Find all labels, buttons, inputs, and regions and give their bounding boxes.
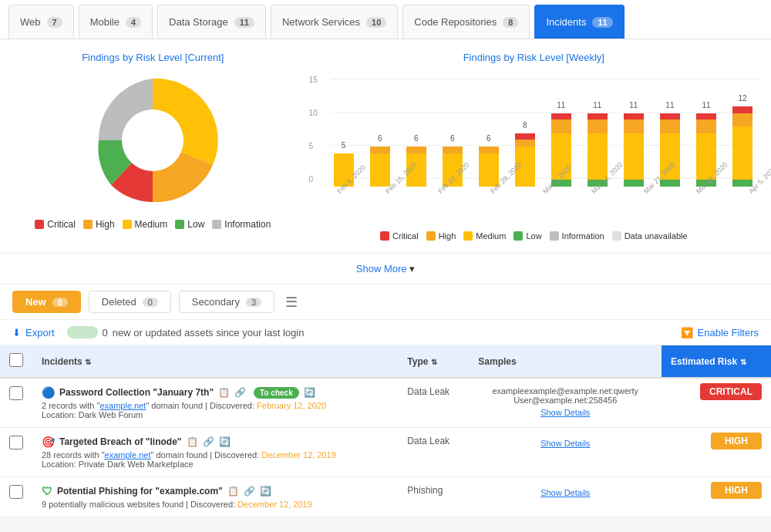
sort-arrow: ⇅ <box>431 358 437 366</box>
copy-icon: 📋 <box>187 436 198 447</box>
col-label: Type <box>407 356 428 367</box>
bar-segment <box>515 133 535 140</box>
asset-badge <box>67 326 98 338</box>
incident-cell: 🎯 Targeted Breach of "linode" 📋 🔗 🔄28 re… <box>32 428 398 477</box>
tab-network-services[interactable]: Network Services10 <box>271 5 398 39</box>
header-checkbox[interactable] <box>9 353 23 367</box>
col-label: Estimated Risk <box>671 356 737 367</box>
legend-label: Low <box>526 231 541 241</box>
tab-web[interactable]: Web7 <box>8 5 74 39</box>
bar-segment <box>696 113 716 120</box>
domain-link[interactable]: example.net <box>105 450 151 460</box>
tab-badge: 7 <box>47 17 62 28</box>
date-link: December 12, 2019 <box>261 450 336 460</box>
copy-icon: 📋 <box>227 486 239 497</box>
tab-badge: 11 <box>234 17 254 28</box>
bar-value-label: 6 <box>414 134 419 143</box>
legend-label: Critical <box>47 219 76 230</box>
enable-filters-button[interactable]: 🔽 Enable Filters <box>681 327 759 338</box>
filter-tab-new[interactable]: New8 <box>12 291 81 313</box>
bar-legend-item: Information <box>550 231 604 241</box>
target-icon: 🎯 <box>42 436 55 448</box>
bar-legend-item: High <box>426 231 456 241</box>
filter-menu-icon[interactable]: ☰ <box>285 294 298 311</box>
bar-legend-item: Critical <box>380 231 419 241</box>
svg-point-0 <box>122 109 183 171</box>
date-link: February 12, 2020 <box>257 401 326 410</box>
filter-tab-deleted[interactable]: Deleted0 <box>89 291 171 313</box>
show-details-link[interactable]: Show Details <box>478 408 652 417</box>
bar-stack <box>479 146 499 187</box>
bar-value-label: 6 <box>378 134 382 143</box>
legend-color <box>463 231 473 241</box>
bar-chart: 15 10 5 0 566668111111111112 Feb 8, 2020… <box>309 71 759 225</box>
bar-segment <box>624 180 644 187</box>
legend-color <box>212 220 221 229</box>
chart-right-title: Findings by Risk Level [Weekly] <box>309 52 759 63</box>
row-checkbox[interactable] <box>9 485 23 499</box>
tab-badge: 4 <box>126 17 141 28</box>
tab-incidents[interactable]: Incidents11 <box>534 5 624 39</box>
external-link-icon: 🔗 <box>234 387 246 398</box>
pie-legend-item: Critical <box>35 219 76 230</box>
refresh-icon: 🔄 <box>260 486 271 497</box>
show-details-link[interactable]: Show Details <box>478 488 652 497</box>
incidents-table: Incidents ⇅Type ⇅SamplesEstimated Risk ⇅… <box>0 345 771 517</box>
show-more-arrow: ▾ <box>409 263 415 274</box>
pie-legend-item: Medium <box>123 219 168 230</box>
table-header-incidents[interactable]: Incidents ⇅ <box>32 345 398 378</box>
tab-code-repositories[interactable]: Code Repositories8 <box>402 5 530 39</box>
tab-mobile[interactable]: Mobile4 <box>79 5 153 39</box>
asset-count: 0 <box>103 327 108 338</box>
row-checkbox[interactable] <box>9 436 23 450</box>
table-header-type[interactable]: Type ⇅ <box>398 345 469 378</box>
filter-tab-secondary[interactable]: Secondary3 <box>179 291 274 313</box>
bar-segment <box>732 126 752 180</box>
refresh-icon: 🔄 <box>219 436 231 447</box>
table-header-risk[interactable]: Estimated Risk ⇅ <box>662 345 771 378</box>
bar-group: 6 <box>364 146 396 187</box>
asset-info: 0 new or updated assets since your last … <box>67 326 305 338</box>
incident-name: Potential Phishing for "example.com" <box>57 486 223 497</box>
sort-arrow: ⇅ <box>740 358 746 366</box>
incident-sub: 9 potentially malicious websites found |… <box>42 500 389 509</box>
risk-cell: HIGH <box>662 428 771 477</box>
tab-badge: 10 <box>366 17 386 28</box>
bar-value-label: 11 <box>593 101 601 109</box>
tab-label: Web <box>20 16 41 28</box>
risk-badge: CRITICAL <box>700 383 762 400</box>
tab-label: Network Services <box>282 16 360 28</box>
table-header-check <box>0 345 32 378</box>
pie-legend: CriticalHighMediumLowInformation <box>35 219 271 230</box>
bar-segment <box>370 146 390 153</box>
export-button[interactable]: ⬇ Export <box>12 327 55 338</box>
row-checkbox[interactable] <box>9 386 23 400</box>
export-label: Export <box>25 327 55 338</box>
col-label: Samples <box>478 356 516 367</box>
show-more-button[interactable]: Show More <box>356 263 407 274</box>
domain-link[interactable]: example.net <box>99 401 146 410</box>
bar-chart-legend: CriticalHighMediumLowInformationData una… <box>309 231 759 241</box>
tab-data-storage[interactable]: Data Storage11 <box>157 5 266 39</box>
samples-cell: Show Details <box>469 428 662 477</box>
incident-sub: 2 records with "example.net" domain foun… <box>42 401 389 410</box>
legend-color <box>612 231 621 241</box>
bar-segment <box>551 120 571 133</box>
bar-segment <box>588 133 608 180</box>
incident-cell: 🛡 Potential Phishing for "example.com" 📋… <box>32 477 398 517</box>
bar-legend-item: Medium <box>463 231 506 241</box>
bar-value-label: 11 <box>557 101 565 109</box>
shield-icon: 🛡 <box>42 485 52 497</box>
legend-color <box>175 220 184 229</box>
bar-stack <box>624 113 644 187</box>
enable-filters-label: Enable Filters <box>698 327 759 338</box>
legend-color <box>550 231 559 241</box>
bar-segment <box>588 113 608 120</box>
incident-name: Targeted Breach of "linode" <box>59 436 182 447</box>
pie-legend-item: Low <box>175 219 204 230</box>
legend-label: Medium <box>476 231 506 241</box>
legend-color <box>123 220 132 229</box>
row-checkbox-cell <box>0 428 32 477</box>
show-details-link[interactable]: Show Details <box>478 439 652 448</box>
bar-segment <box>624 120 644 133</box>
